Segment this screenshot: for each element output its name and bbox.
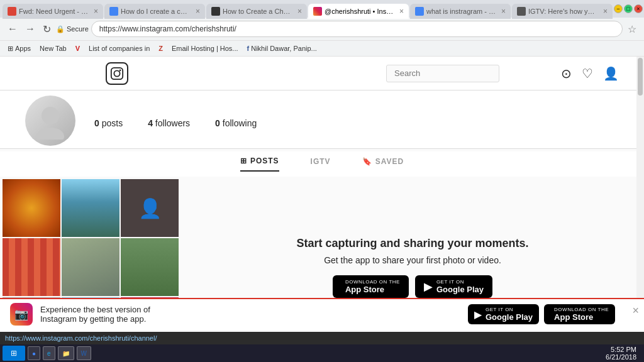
posts-tab-icon: ⊞ [240,156,247,165]
bookmark-nikhil[interactable]: f Nikhil Dawar, Panip... [245,43,319,53]
banner-text-line2: Instagram by getting the app. [40,314,460,324]
banner-instagram-icon: 📷 [10,303,33,326]
taskbar-files[interactable]: 📁 [58,346,74,360]
tab-close-2[interactable]: × [196,7,200,16]
secure-label: Secure [67,25,89,33]
bookmark-v[interactable]: V [73,43,82,53]
tab-close-4[interactable]: × [399,7,404,16]
tab-favicon-6 [517,7,526,16]
grid-cell-5[interactable] [62,238,119,296]
instagram-logo[interactable] [106,62,128,85]
saved-tab-icon: 🔖 [362,157,372,166]
bookmark-star-button[interactable]: ☆ [625,22,639,36]
taskbar-word[interactable]: W [77,346,91,360]
grid-cell-1[interactable] [3,179,60,237]
banner-text-line1: Experience the best version of [40,305,460,314]
banner-google-play-button[interactable]: ▶ GET IT ON Google Play [468,304,539,324]
time-display: 5:52 PM [606,346,636,353]
banner-google-play-icon: ▶ [474,309,482,321]
compass-icon[interactable]: ⊙ [561,66,572,81]
search-input[interactable] [386,65,499,82]
grid-cell-2[interactable] [62,179,119,237]
tab-favicon-4 [313,7,322,16]
refresh-button[interactable]: ↻ [40,22,53,36]
followers-count: 4 [148,118,153,128]
minimize-button[interactable]: − [614,4,623,13]
tab-title-5: what is instragram - Goo... [426,8,496,15]
bookmark-z[interactable]: Z [156,43,165,53]
tab-title-4: @cherishshruti • Instagra... [325,8,394,15]
tab-3[interactable]: How to Create a Channel... × [206,4,307,19]
address-input[interactable] [91,21,623,37]
bookmark-apps-icon: ⊞ [8,45,13,53]
app-store-button[interactable]: Download on the App Store [333,275,409,298]
taskbar: ⊞ ● e 📁 W 5:52 PM 6/21/2018 [0,344,644,362]
bookmark-apps[interactable]: ⊞ Apps [5,43,33,54]
banner-store-buttons: ▶ GET IT ON Google Play Download on the … [468,304,615,324]
grid-cell-3[interactable]: 👤 [121,179,179,237]
grid-cell-6[interactable] [121,238,179,296]
tab-title-6: IGTV: Here's how you ca... [528,8,598,15]
bookmark-nikhil-label: Nikhil Dawar, Panip... [251,45,317,52]
start-button[interactable]: ⊞ [3,346,25,361]
posts-tab-label: POSTS [250,156,279,165]
bookmark-email-hosting[interactable]: Email Hosting | Hos... [169,43,241,53]
google-play-sub: GET IT ON [436,279,484,285]
instagram-nav-icons: ⊙ ♡ 👤 [561,66,619,81]
profile-icon[interactable]: 👤 [603,66,619,81]
tab-saved[interactable]: 🔖 SAVED [362,156,404,172]
taskbar-word-icon: W [81,350,87,357]
taskbar-ie[interactable]: e [43,346,55,360]
banner-app-store-button[interactable]: Download on the App Store [544,304,615,324]
tab-4[interactable]: @cherishshruti • Instagra... × [308,4,409,19]
banner-google-play-label: Google Play [486,312,533,322]
bookmark-z-icon: Z [158,45,163,52]
tab-1[interactable]: Fwd: Need Urgent - che... × [3,4,103,19]
instagram-tabs: ⊞ POSTS IGTV 🔖 SAVED [0,151,644,177]
tab-close-6[interactable]: × [603,7,608,16]
status-bar: https://www.instagram.com/cherishshruti/… [0,332,644,344]
tab-close-3[interactable]: × [297,7,302,16]
heart-icon[interactable]: ♡ [582,66,593,81]
maximize-button[interactable]: □ [624,4,633,13]
tab-igtv[interactable]: IGTV [311,156,331,172]
forward-button[interactable]: → [23,22,38,36]
tab-2[interactable]: How do I create a chann... × [104,4,205,19]
tab-6[interactable]: IGTV: Here's how you ca... × [512,4,613,19]
instagram-logo-icon [106,62,128,85]
app-promo-subtitle: Get the app to share your first photo or… [324,255,501,265]
bookmark-hosting-label: Email Hosting | Hos... [172,45,238,52]
tab-title-2: How do I create a chann... [121,8,191,15]
tab-title-3: How to Create a Channel... [223,8,292,15]
app-download-banner: 📷 Experience the best version of Instagr… [0,298,644,329]
banner-text: Experience the best version of Instagram… [40,305,460,324]
tab-close-5[interactable]: × [501,7,506,16]
taskbar-chrome[interactable]: ● [28,346,40,360]
posts-label: posts [102,118,123,128]
bookmark-newtab[interactable]: New Tab [37,43,69,53]
posts-stat: 0 posts [94,118,123,128]
following-label: following [223,118,257,128]
tab-5[interactable]: what is instragram - Goo... × [410,4,511,19]
google-play-button[interactable]: ▶ GET IT ON Google Play [415,275,492,298]
title-bar: Fwd: Need Urgent - che... × How do I cre… [0,0,644,18]
taskbar-time: 5:52 PM 6/21/2018 [606,346,641,361]
grid-cell-4[interactable] [3,238,60,296]
followers-label: followers [155,118,190,128]
tab-close-1[interactable]: × [94,7,98,16]
tab-title-1: Fwd: Need Urgent - che... [19,8,89,15]
tab-favicon-5 [415,7,424,16]
scrollbar[interactable] [636,57,644,329]
banner-close-button[interactable]: × [632,304,639,317]
bookmark-companies[interactable]: List of companies in [86,43,152,53]
taskbar-ie-icon: e [47,350,51,357]
app-store-label: App Store [345,285,400,294]
tab-posts[interactable]: ⊞ POSTS [240,156,279,172]
store-buttons: Download on the App Store ▶ GET IT ON Go… [333,275,492,298]
banner-app-store-label: App Store [554,312,609,322]
tab-favicon-2 [109,7,118,16]
profile-avatar [25,96,75,146]
close-button[interactable]: × [634,4,643,13]
svg-point-1 [114,70,119,76]
back-button[interactable]: ← [5,22,20,36]
